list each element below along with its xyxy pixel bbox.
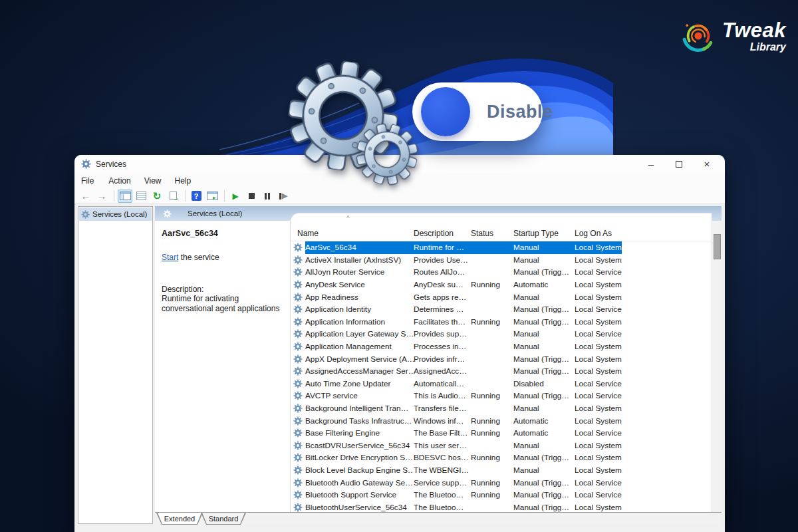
menu-view[interactable]: View bbox=[138, 175, 168, 187]
maximize-icon bbox=[676, 161, 682, 168]
table-row[interactable]: BluetoothUserService_56c34 The Bluetoo… … bbox=[291, 501, 712, 512]
refresh-button[interactable]: ↻ bbox=[150, 190, 164, 203]
table-row[interactable]: ActiveX Installer (AxInstSV) Provides Us… bbox=[291, 254, 712, 267]
cell-name: Application Identity bbox=[305, 305, 414, 314]
cell-description: Transfers file… bbox=[414, 404, 471, 413]
table-row[interactable]: AarSvc_56c34 Runtime for … Manual Local … bbox=[291, 241, 712, 254]
table-row[interactable]: BitLocker Drive Encryption S… BDESVC hos… bbox=[291, 452, 712, 464]
cell-logon: Local System bbox=[575, 466, 622, 475]
cell-logon: Local System bbox=[575, 255, 622, 265]
minimize-button[interactable]: – bbox=[637, 155, 665, 173]
cell-startup: Manual (Trigg… bbox=[513, 453, 575, 462]
service-gear-icon bbox=[293, 416, 303, 426]
export-list-button[interactable] bbox=[166, 190, 180, 203]
tab-standard[interactable]: Standard bbox=[201, 513, 246, 525]
cell-description: This user ser… bbox=[414, 441, 471, 450]
forward-button[interactable]: → bbox=[94, 190, 109, 203]
refresh-icon: ↻ bbox=[153, 191, 162, 201]
cell-startup: Disabled bbox=[513, 379, 575, 388]
table-row[interactable]: BcastDVRUserService_56c34 This user ser…… bbox=[291, 440, 712, 452]
column-header-startup[interactable]: Startup Type bbox=[513, 229, 575, 238]
table-row[interactable]: AppX Deployment Service (A… Provides inf… bbox=[291, 352, 712, 365]
table-row[interactable]: App Readiness Gets apps re… Manual Local… bbox=[291, 291, 712, 303]
maximize-button[interactable] bbox=[665, 155, 693, 173]
restart-service-button[interactable]: ▶ bbox=[276, 190, 291, 203]
service-gear-icon bbox=[293, 354, 303, 364]
show-action-pane-button[interactable] bbox=[205, 190, 219, 203]
cell-name: AarSvc_56c34 bbox=[305, 243, 414, 252]
cell-startup: Manual bbox=[513, 255, 575, 265]
cell-startup: Manual (Trigg… bbox=[513, 478, 575, 487]
pause-service-button[interactable] bbox=[260, 190, 275, 203]
cell-description: Processes in… bbox=[414, 342, 471, 351]
table-row[interactable]: Background Intelligent Tran… Transfers f… bbox=[291, 402, 712, 415]
close-button[interactable]: × bbox=[693, 155, 721, 173]
cell-status: Running bbox=[471, 490, 513, 499]
show-console-tree-button[interactable] bbox=[118, 190, 132, 203]
back-button[interactable]: ← bbox=[78, 190, 93, 203]
action-line-rest: the service bbox=[178, 253, 219, 262]
table-row[interactable]: AVCTP service This is Audio… Running Man… bbox=[291, 390, 712, 402]
cell-description: The Base Filt… bbox=[414, 428, 471, 438]
service-gear-icon bbox=[293, 267, 303, 277]
table-row[interactable]: Bluetooth Audio Gateway Se… Service supp… bbox=[291, 476, 712, 489]
vertical-scrollbar[interactable] bbox=[712, 221, 722, 512]
cell-description: BDESVC hos… bbox=[414, 453, 471, 462]
services-app-icon bbox=[81, 159, 91, 169]
cell-status: Running bbox=[471, 317, 513, 327]
table-row[interactable]: Application Management Processes in… Man… bbox=[291, 340, 712, 353]
cell-logon: Local System bbox=[575, 503, 622, 512]
table-row[interactable]: Bluetooth Support Service The Bluetoo… R… bbox=[291, 489, 712, 501]
table-row[interactable]: Application Information Facilitates th… … bbox=[291, 316, 712, 329]
service-gear-icon bbox=[293, 441, 303, 450]
service-gear-icon bbox=[293, 280, 303, 289]
tree-item-services-local[interactable]: Services (Local) bbox=[79, 207, 152, 221]
tab-extended[interactable]: Extended bbox=[156, 513, 203, 525]
selected-service-name: AarSvc_56c34 bbox=[162, 229, 285, 238]
table-row[interactable]: AllJoyn Router Service Routes AllJo… Man… bbox=[291, 266, 712, 279]
toolbar-separator bbox=[185, 190, 186, 201]
table-row[interactable]: Background Tasks Infrastruc… Windows inf… bbox=[291, 414, 712, 427]
table-row[interactable]: Application Identity Determines … Manual… bbox=[291, 303, 712, 316]
menu-file[interactable]: File bbox=[81, 175, 102, 187]
cell-logon: Local System bbox=[575, 317, 622, 327]
tree-item-label: Services (Local) bbox=[92, 210, 147, 218]
cell-startup: Manual (Trigg… bbox=[513, 305, 575, 314]
table-row[interactable]: Auto Time Zone Updater Automaticall… Dis… bbox=[291, 378, 712, 390]
service-gear-icon bbox=[293, 404, 303, 413]
cell-name: Auto Time Zone Updater bbox=[305, 379, 414, 388]
cell-description: Routes AllJo… bbox=[414, 267, 471, 277]
cell-description: The Bluetoo… bbox=[414, 490, 471, 499]
start-service-button[interactable]: ▶ bbox=[228, 190, 243, 203]
tab-standard-label: Standard bbox=[201, 513, 245, 524]
cell-startup: Manual bbox=[513, 441, 575, 450]
service-gear-icon bbox=[293, 379, 303, 388]
scrollbar-thumb[interactable] bbox=[714, 234, 721, 259]
column-header-status[interactable]: Status bbox=[471, 229, 513, 238]
table-row[interactable]: Base Filtering Engine The Base Filt… Run… bbox=[291, 427, 712, 440]
service-gear-icon bbox=[293, 342, 303, 351]
column-header-logon[interactable]: Log On As bbox=[575, 229, 628, 238]
start-service-link[interactable]: Start bbox=[162, 253, 178, 262]
cell-name: Application Management bbox=[305, 342, 414, 351]
table-row[interactable]: AssignedAccessManager Ser… AssignedAcc… … bbox=[291, 365, 712, 378]
menu-help[interactable]: Help bbox=[168, 175, 198, 187]
cell-description: Provides Use… bbox=[414, 255, 471, 265]
cell-logon: Local System bbox=[575, 243, 622, 252]
cell-logon: Local System bbox=[575, 293, 622, 302]
menu-action[interactable]: Action bbox=[102, 175, 137, 187]
table-row[interactable]: AnyDesk Service AnyDesk su… Running Auto… bbox=[291, 279, 712, 291]
cell-name: BcastDVRUserService_56c34 bbox=[305, 441, 414, 450]
services-window: Services – × File Action View Help ← → ↻… bbox=[74, 155, 725, 532]
cell-logon: Local Service bbox=[575, 329, 622, 338]
table-row[interactable]: Block Level Backup Engine S… The WBENGI…… bbox=[291, 464, 712, 477]
cell-logon: Local System bbox=[575, 280, 622, 289]
table-row[interactable]: Application Layer Gateway S… Provides su… bbox=[291, 328, 712, 340]
stop-service-button[interactable] bbox=[244, 190, 259, 203]
tweak-library-logo-icon bbox=[680, 17, 717, 55]
column-header-name[interactable]: Name bbox=[297, 229, 414, 238]
view-tabs: Extended Standard bbox=[155, 513, 722, 525]
help-button[interactable]: ? bbox=[189, 190, 203, 203]
properties-button[interactable] bbox=[134, 190, 148, 203]
column-header-description[interactable]: Description bbox=[414, 229, 471, 238]
